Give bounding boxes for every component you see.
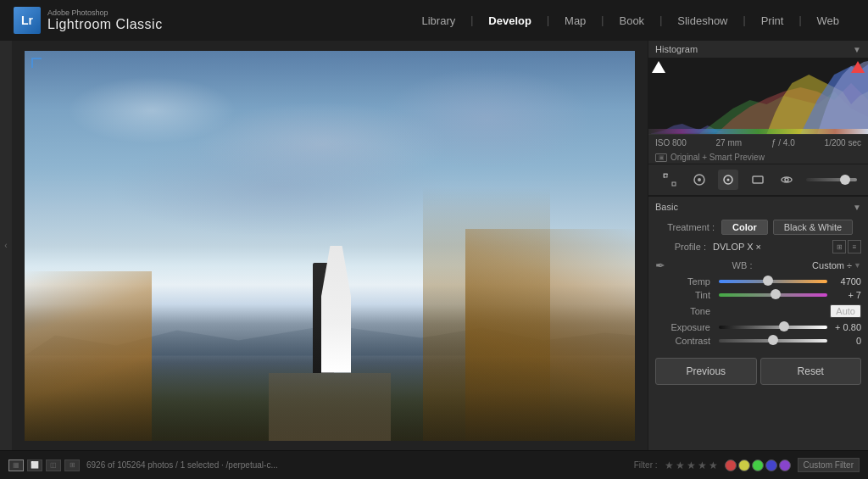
nav-web[interactable]: Web: [802, 9, 855, 32]
contrast-label: Contrast: [655, 336, 710, 346]
preview-label: Original + Smart Preview: [670, 153, 765, 162]
nav-print[interactable]: Print: [746, 9, 799, 32]
nav-map[interactable]: Map: [549, 9, 601, 32]
profile-value: DVLOP X ×: [713, 242, 832, 252]
exposure-value: + 0.80: [831, 322, 861, 332]
photo-count: 6926 of 105264 photos / 1 selected · /pe…: [86, 460, 627, 470]
healing-tool[interactable]: [689, 170, 709, 190]
couple-silhouette: [296, 220, 364, 373]
tone-label: Tone: [655, 306, 710, 316]
red-eye-tool[interactable]: [776, 170, 797, 190]
red-label[interactable]: [725, 460, 737, 471]
treatment-row: Treatment : Color Black & White: [648, 217, 868, 237]
profile-label: Profile :: [655, 242, 706, 252]
histogram-section: Histogram ▼: [648, 41, 868, 164]
exposure-label: Exposure: [655, 322, 710, 332]
yellow-label[interactable]: [738, 460, 750, 471]
star-2[interactable]: ★: [676, 460, 685, 471]
svg-point-13: [698, 178, 701, 181]
purple-label[interactable]: [779, 460, 791, 471]
star-1[interactable]: ★: [665, 460, 674, 471]
path: [269, 373, 391, 441]
svg-rect-7: [648, 129, 868, 134]
temp-label: Temp: [655, 276, 710, 287]
custom-filter-button[interactable]: Custom Filter: [798, 458, 860, 472]
brush-tool[interactable]: [718, 170, 738, 190]
wb-row: ✒ WB : Custom ÷ ▼: [648, 256, 868, 275]
nav-slideshow[interactable]: Slideshow: [662, 9, 743, 32]
svg-point-15: [727, 179, 730, 181]
camera-shutter: 1/200 sec: [825, 138, 861, 148]
star-rating-row: ★ ★ ★ ★ ★: [665, 460, 718, 471]
wb-value: Custom ÷: [812, 260, 852, 270]
filter-label: Filter :: [634, 460, 658, 470]
adobe-subtitle: Adobe Photoshop: [47, 8, 163, 17]
eyedropper-icon[interactable]: ✒: [655, 259, 665, 272]
nav-book[interactable]: Book: [604, 9, 659, 32]
logo-area: Lr Adobe Photoshop Lightroom Classic: [14, 7, 163, 34]
opacity-slider[interactable]: [806, 178, 857, 181]
main-area: ‹: [0, 41, 868, 450]
left-panel-toggle[interactable]: ‹: [0, 41, 12, 450]
nav-library[interactable]: Library: [406, 9, 470, 32]
color-label-row: [725, 460, 791, 471]
star-5[interactable]: ★: [709, 460, 718, 471]
filmstrip-icons: ▦ ⬜ ◫ ⊞: [8, 460, 80, 471]
svg-rect-16: [753, 176, 763, 183]
camera-info: ISO 800 27 mm ƒ / 4.0 1/200 sec: [648, 134, 868, 151]
tint-slider-row: Tint + 7: [648, 288, 868, 302]
shadows-indicator[interactable]: [652, 61, 665, 73]
photo-canvas: [25, 51, 635, 441]
previous-button[interactable]: Previous: [655, 358, 757, 385]
filmstrip-sort-icon[interactable]: ⊞: [64, 460, 80, 471]
histogram-chevron-icon[interactable]: ▼: [853, 45, 861, 54]
temp-value: 4700: [831, 276, 861, 287]
histogram-title: Histogram: [655, 44, 698, 54]
color-treatment-button[interactable]: Color: [721, 220, 768, 235]
camera-fstop: ƒ / 4.0: [771, 138, 795, 148]
photo-frame: [25, 51, 635, 441]
nav-develop[interactable]: Develop: [473, 9, 547, 32]
nav-items: Library | Develop | Map | Book | Slidesh…: [406, 9, 854, 32]
profile-row: Profile : DVLOP X × ⊞ ≡: [648, 237, 868, 256]
histogram-canvas: [648, 58, 868, 134]
star-4[interactable]: ★: [698, 460, 707, 471]
contrast-value: 0: [831, 336, 861, 346]
profile-list-icon[interactable]: ≡: [848, 240, 861, 253]
app-title: Lightroom Classic: [47, 17, 163, 32]
exposure-slider-track[interactable]: [719, 326, 827, 329]
basic-section-header[interactable]: Basic ▼: [648, 196, 868, 217]
temp-slider-track[interactable]: [719, 280, 827, 283]
reset-button[interactable]: Reset: [760, 358, 862, 385]
contrast-slider-row: Contrast 0: [648, 334, 868, 348]
filmstrip-grid-icon[interactable]: ▦: [8, 460, 24, 471]
center-panel: [12, 41, 648, 450]
tint-slider-track[interactable]: [719, 293, 827, 297]
blue-label[interactable]: [765, 460, 777, 471]
right-panel: Histogram ▼: [648, 41, 868, 450]
profile-grid-icon[interactable]: ⊞: [832, 240, 846, 253]
filmstrip-compare-icon[interactable]: ◫: [46, 460, 61, 471]
bw-treatment-button[interactable]: Black & White: [773, 220, 853, 235]
green-label[interactable]: [752, 460, 764, 471]
contrast-slider-thumb: [768, 335, 778, 345]
wb-dropdown-icon[interactable]: ▼: [854, 261, 861, 270]
lr-badge: Lr: [14, 7, 41, 34]
basic-chevron-icon[interactable]: ▼: [853, 203, 861, 212]
auto-button[interactable]: Auto: [830, 304, 861, 318]
cloud-3: [381, 68, 593, 170]
corner-indicator: [31, 58, 42, 68]
filter-tool[interactable]: [748, 170, 768, 190]
exposure-slider-row: Exposure + 0.80: [648, 320, 868, 334]
crop-tool[interactable]: [659, 170, 680, 190]
preview-badge: ▣ Original + Smart Preview: [648, 151, 868, 164]
highlights-indicator[interactable]: [851, 61, 865, 73]
star-3[interactable]: ★: [687, 460, 696, 471]
profile-icons: ⊞ ≡: [832, 240, 861, 253]
bottom-bar: ▦ ⬜ ◫ ⊞ 6926 of 105264 photos / 1 select…: [0, 450, 868, 479]
wb-label: WB :: [672, 260, 812, 270]
basic-title: Basic: [655, 202, 678, 212]
filmstrip-loupe-icon[interactable]: ⬜: [27, 460, 42, 471]
tone-row: Tone Auto: [648, 302, 868, 320]
contrast-slider-track[interactable]: [719, 339, 827, 343]
